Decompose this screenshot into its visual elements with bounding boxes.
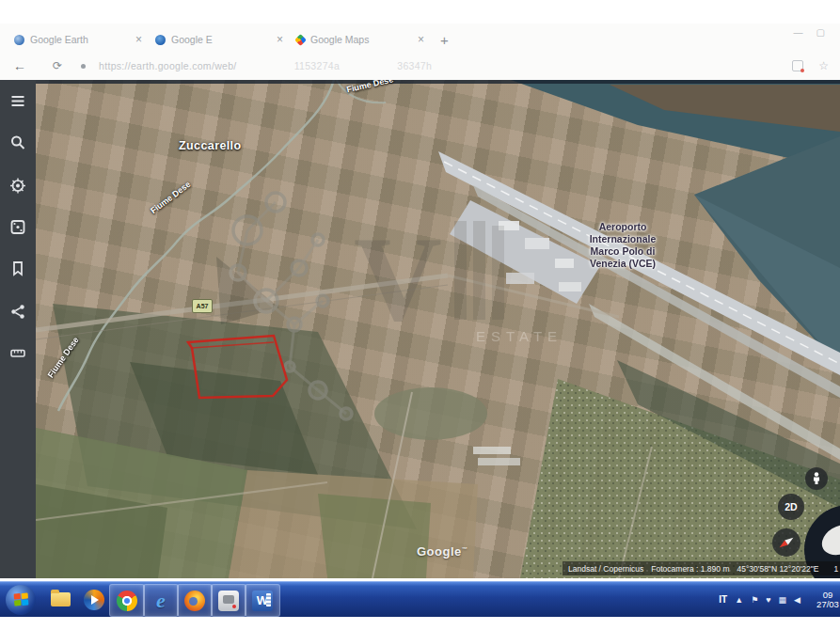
place-label-zuccarello[interactable]: Zuccarello — [179, 139, 242, 152]
scale-legend: 1 m — [833, 564, 840, 574]
network-icon[interactable]: ▦ — [779, 595, 787, 605]
scanned-screenshot: Google Earth × Google E × Google Maps × … — [0, 0, 840, 630]
start-button[interactable] — [4, 584, 38, 615]
windows-taskbar: e W IT ▲ ⚑ ♥ ▦ ◀ 09 27/03 — [0, 581, 840, 617]
search-icon[interactable] — [10, 134, 26, 150]
voyager-icon[interactable] — [10, 178, 26, 194]
watermark-text: ESTATE — [476, 328, 563, 344]
taskbar-utility-app-button[interactable] — [211, 584, 246, 617]
highway-badge-a57: A57 — [192, 299, 213, 313]
utility-app-icon — [218, 591, 239, 611]
hidden-icons-chevron[interactable]: ▲ — [735, 595, 743, 605]
tab-title: Google E — [171, 34, 271, 45]
google-attribution: Google™ — [417, 544, 468, 559]
pegman-streetview-icon[interactable] — [805, 467, 828, 490]
tab-strip: Google Earth × Google E × Google Maps × … — [8, 27, 449, 52]
tab-close-icon[interactable]: × — [277, 33, 283, 46]
internet-explorer-icon: e — [156, 591, 166, 610]
taskbar-clock[interactable]: 09 27/03 — [810, 591, 840, 609]
address-bar-actions: ☆ — [792, 52, 829, 80]
airport-label-venice-marco-polo[interactable]: Aeroporto Internazionale Marco Polo di V… — [561, 221, 685, 270]
clock-date: 27/03 — [810, 600, 840, 609]
language-indicator[interactable]: IT — [719, 594, 727, 605]
media-player-icon — [84, 590, 104, 610]
google-earth-favicon — [14, 35, 24, 45]
tab-title: Google Earth — [30, 34, 130, 45]
earth-status-bar: Landsat / Copernicus Fotocamera : 1.890 … — [563, 561, 840, 575]
projects-bookmark-icon[interactable] — [10, 260, 26, 276]
2d-mode-button[interactable]: 2D — [778, 494, 804, 520]
measure-ruler-icon[interactable] — [10, 345, 26, 361]
tab-close-icon[interactable]: × — [135, 33, 142, 46]
share-icon[interactable] — [10, 304, 26, 320]
chrome-icon — [117, 591, 137, 611]
minimize-icon[interactable]: — — [794, 27, 803, 38]
bookmark-star-icon[interactable]: ☆ — [818, 59, 829, 72]
back-icon[interactable]: ← — [13, 58, 26, 73]
google-maps-favicon — [294, 34, 307, 46]
coordinates: 45°30'58"N 12°20'22"E — [737, 564, 818, 574]
tab-close-icon[interactable]: × — [418, 33, 424, 46]
window-controls: — ▢ — [794, 27, 825, 38]
taskbar-firefox-button[interactable] — [177, 584, 213, 617]
url-input[interactable]: https://earth.google.com/web/ 1153274a 3… — [99, 60, 432, 71]
earth-toolbar — [0, 80, 36, 578]
google-earth-favicon — [155, 35, 166, 45]
menu-icon[interactable] — [10, 93, 26, 109]
tab-google-earth[interactable]: Google Earth × — [8, 28, 149, 51]
imagery-credit: Landsat / Copernicus — [568, 564, 643, 574]
taskbar-media-player-button[interactable] — [77, 584, 111, 615]
new-tab-button[interactable]: + — [440, 32, 449, 48]
tab-title: Google Maps — [310, 34, 412, 45]
translate-icon[interactable] — [792, 60, 803, 71]
action-center-flag-icon[interactable]: ⚑ — [751, 595, 758, 605]
word-icon: W — [252, 591, 273, 611]
earth-canvas[interactable]: V ESTATE Zuccarello Fiume Dese Fiume Des… — [36, 80, 840, 578]
feeling-lucky-dice-icon[interactable] — [10, 219, 26, 235]
compass-icon[interactable] — [772, 528, 800, 557]
volume-icon[interactable]: ◀ — [794, 595, 800, 605]
taskbar-word-button[interactable]: W — [245, 584, 280, 617]
antivirus-icon[interactable]: ♥ — [766, 595, 770, 605]
tab-google-maps[interactable]: Google Maps × — [290, 28, 431, 51]
folder-icon — [51, 592, 71, 606]
lock-icon[interactable] — [81, 64, 86, 69]
system-tray: IT ▲ ⚑ ♥ ▦ ◀ 09 27/03 — [719, 582, 840, 617]
camera-altitude: Fotocamera : 1.890 m — [651, 564, 729, 574]
watermark-letter: V — [354, 211, 442, 346]
browser-chrome: Google Earth × Google E × Google Maps × … — [0, 24, 840, 80]
satellite-terrain: V ESTATE — [36, 80, 840, 578]
taskbar-chrome-button[interactable] — [109, 584, 145, 617]
url-text: https://earth.google.com/web/ — [99, 60, 236, 71]
taskbar-internet-explorer-button[interactable]: e — [143, 584, 179, 617]
maximize-icon[interactable]: ▢ — [816, 27, 825, 38]
map-top-edge — [36, 80, 840, 84]
clock-time: 09 — [810, 591, 840, 600]
globe-landmass — [818, 521, 840, 559]
address-bar: ← ⟳ https://earth.google.com/web/ 115327… — [0, 52, 840, 80]
taskbar-explorer-button[interactable] — [43, 584, 77, 615]
tab-google-earth-2[interactable]: Google E × — [149, 28, 290, 51]
url-fragment: 36347h — [397, 60, 432, 71]
firefox-icon — [184, 591, 205, 611]
windows-logo-icon — [6, 585, 36, 615]
url-fragment: 1153274a — [294, 60, 340, 71]
reload-icon[interactable]: ⟳ — [53, 59, 62, 72]
